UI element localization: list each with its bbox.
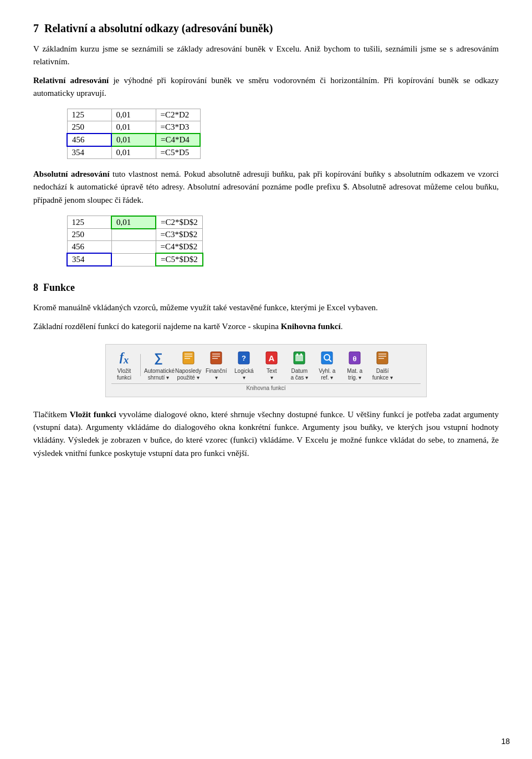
- paragraph-3: Absolutní adresování tuto vlastnost nemá…: [33, 168, 499, 207]
- cell-d3: 0,01: [111, 121, 156, 134]
- book-logicka-icon: ?: [235, 349, 253, 367]
- svg-text:?: ?: [242, 354, 246, 362]
- toolbar-text[interactable]: A Text▾: [259, 349, 284, 381]
- toolbar-mat-trig[interactable]: θ Mat. atrig. ▾: [342, 349, 367, 381]
- financni-label: Finanční▾: [206, 368, 227, 381]
- toolbar-dalsi-funkce[interactable]: Dalšífunkce ▾: [370, 349, 395, 381]
- cell-c2: 125: [67, 109, 111, 121]
- cell-d2: 0,01: [111, 109, 156, 121]
- table-row: 250 =C3*$D$2: [67, 229, 203, 241]
- cell-d5: 0,01: [111, 146, 156, 159]
- absolute-addressing-bold: Absolutní adresování: [33, 170, 110, 178]
- table-row: 125 0,01 =C2*$D$2: [67, 216, 203, 229]
- cell-e4-abs: =C4*$D$2: [156, 241, 203, 254]
- svg-rect-24: [378, 358, 384, 359]
- section-number: 7: [33, 22, 39, 34]
- svg-rect-7: [212, 358, 218, 359]
- section8-p1: Kromě manuálně vkládaných vzorců, můžeme…: [33, 301, 499, 314]
- toolbar-vyhl-ref[interactable]: Vyhl. aref. ▾: [314, 349, 340, 381]
- toolbar-automaticke-shrnutí[interactable]: ∑ Automatickéshrnutí ▾: [144, 349, 173, 381]
- svg-rect-16: [321, 352, 332, 364]
- table-row: 354 =C5*$D$2: [67, 253, 203, 266]
- section-title: Relativní a absolutní odkazy (adresování…: [44, 22, 273, 34]
- toolbar-icons-row: fx Vložitfunkci ∑ Automatickéshrnutí ▾ N…: [111, 349, 421, 381]
- vlozit-funkci-label: Vložitfunkci: [117, 368, 131, 381]
- book-dalsi-icon: [374, 349, 391, 367]
- table1-container: 125 0,01 =C2*D2 250 0,01 =C3*D3 456 0,01…: [66, 109, 499, 159]
- section8-heading: 8 Funkce: [33, 282, 499, 294]
- vyhl-label: Vyhl. aref. ▾: [319, 368, 335, 381]
- toolbar-vlozit-funkci[interactable]: fx Vložitfunkci: [111, 349, 137, 381]
- svg-rect-3: [185, 358, 190, 359]
- toolbar-datum-cas[interactable]: Datuma čas ▾: [287, 349, 312, 381]
- book-vyhl-icon: [318, 349, 336, 367]
- book-yellow-icon: [180, 349, 197, 367]
- toolbar-naposledy-pouzite[interactable]: Naposledypoužité ▾: [175, 349, 201, 381]
- cell-e2-abs: =C2*$D$2: [156, 216, 203, 229]
- vzorce-ref: Vzorce: [222, 322, 245, 331]
- svg-rect-15: [300, 353, 302, 356]
- toolbar-group-label: Knihovna funkcí: [111, 383, 421, 391]
- toolbar-logicka[interactable]: ? Logická▾: [231, 349, 257, 381]
- svg-rect-2: [185, 356, 192, 357]
- final-paragraph-1: Tlačítkem Vložit funkci vyvoláme dialogo…: [33, 408, 499, 460]
- cell-d3-abs: [111, 229, 156, 241]
- text-label: Text▾: [267, 368, 277, 381]
- cell-d4: 0,01: [111, 134, 156, 146]
- excel-toolbar: fx Vložitfunkci ∑ Automatickéshrnutí ▾ N…: [105, 344, 427, 397]
- datum-label: Datuma čas ▾: [290, 368, 308, 381]
- table-row: 354 0,01 =C5*D5: [67, 146, 200, 159]
- section8-title: Funkce: [43, 282, 75, 293]
- book-mat-icon: θ: [346, 349, 364, 367]
- automaticke-label: Automatickéshrnutí ▾: [144, 368, 173, 381]
- cell-c3: 250: [67, 229, 111, 241]
- svg-rect-6: [212, 356, 220, 357]
- cell-e5: =C5*D5: [156, 146, 200, 159]
- table2-container: 125 0,01 =C2*$D$2 250 =C3*$D$2 456 =C4*$…: [66, 216, 499, 267]
- cell-c2: 125: [67, 216, 111, 229]
- svg-rect-13: [295, 355, 303, 361]
- paragraph-2: Relativní adresování je výhodné při kopí…: [33, 74, 499, 100]
- fx-icon: fx: [115, 349, 133, 367]
- sigma-icon: ∑: [150, 349, 167, 367]
- dalsi-label: Dalšífunkce ▾: [372, 368, 393, 381]
- vlozit-funkci-bold: Vložit funkci: [70, 410, 116, 419]
- cell-d4-abs: [111, 241, 156, 254]
- section8-number: 8: [33, 282, 38, 293]
- section8-p2: Základní rozdělení funkcí do kategorií n…: [33, 320, 499, 333]
- cell-e3: =C3*D3: [156, 121, 200, 134]
- paragraph-1: V základním kurzu jsme se seznámili se z…: [33, 43, 499, 69]
- cell-e3-abs: =C3*$D$2: [156, 229, 203, 241]
- toolbar-financni[interactable]: Finanční▾: [203, 349, 229, 381]
- cell-e2: =C2*D2: [156, 109, 200, 121]
- naposledy-label: Naposledypoužité ▾: [175, 368, 201, 381]
- svg-text:A: A: [269, 353, 275, 363]
- cell-e5-abs: =C5*$D$2: [156, 253, 203, 266]
- book-text-icon: A: [263, 349, 280, 367]
- svg-text:θ: θ: [353, 355, 357, 363]
- knihovna-bold: Knihovna funkcí: [281, 322, 341, 331]
- mat-label: Mat. atrig. ▾: [347, 368, 362, 381]
- cell-c3: 250: [67, 121, 111, 134]
- separator: [140, 354, 141, 376]
- svg-rect-14: [296, 353, 298, 356]
- relative-addressing-table: 125 0,01 =C2*D2 250 0,01 =C3*D3 456 0,01…: [66, 109, 201, 159]
- section-heading: 7 Relativní a absolutní odkazy (adresová…: [33, 22, 499, 35]
- svg-rect-5: [212, 353, 220, 355]
- book-financni-icon: [207, 349, 225, 367]
- cell-c4: 456: [67, 241, 111, 254]
- relative-addressing-bold: Relativní adresování: [33, 76, 109, 85]
- book-datum-icon: [290, 349, 308, 367]
- page-number: 18: [501, 737, 510, 746]
- svg-rect-22: [378, 353, 386, 355]
- cell-c5: 354: [67, 253, 111, 266]
- table-row: 456 0,01 =C4*D4: [67, 134, 200, 146]
- logicka-label: Logická▾: [234, 368, 253, 381]
- svg-rect-23: [378, 356, 386, 357]
- table-row: 456 =C4*$D$2: [67, 241, 203, 254]
- absolute-addressing-table: 125 0,01 =C2*$D$2 250 =C3*$D$2 456 =C4*$…: [66, 216, 203, 267]
- table-row: 125 0,01 =C2*D2: [67, 109, 200, 121]
- table-row: 250 0,01 =C3*D3: [67, 121, 200, 134]
- cell-c5: 354: [67, 146, 111, 159]
- cell-e4: =C4*D4: [156, 134, 200, 146]
